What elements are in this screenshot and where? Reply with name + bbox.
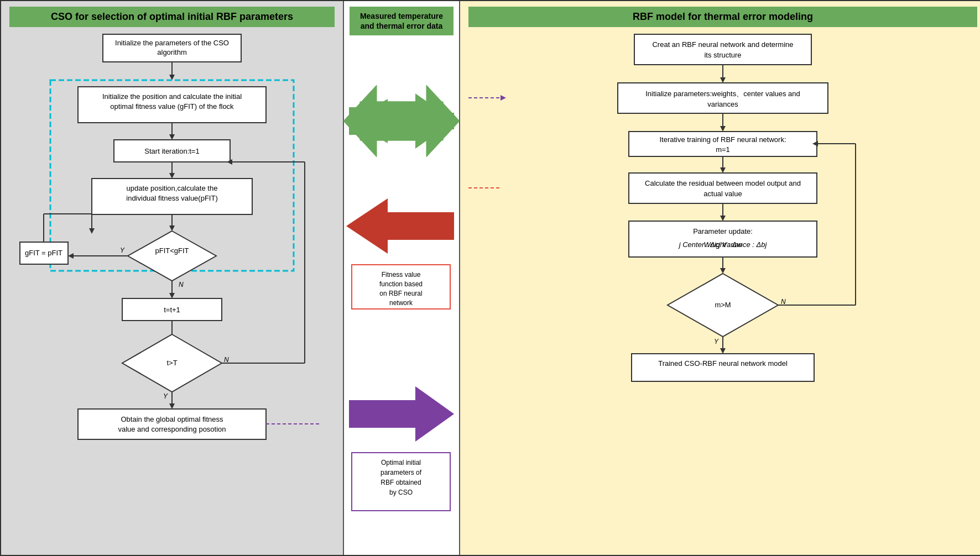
svg-text:m>M: m>M [715, 301, 731, 309]
svg-marker-24 [68, 253, 74, 259]
main-container: CSO for selection of optimal initial RBF… [0, 0, 980, 556]
svg-text:Initialize the parameters of t: Initialize the parameters of the CSO [115, 39, 229, 47]
left-panel-title: CSO for selection of optimal initial RBF… [51, 11, 293, 22]
svg-marker-71 [720, 77, 726, 83]
svg-marker-95 [720, 268, 726, 274]
svg-rect-90 [629, 221, 817, 257]
left-flowchart: Initialize the parameters of the CSO alg… [6, 32, 338, 523]
svg-rect-67 [634, 34, 811, 65]
left-panel: CSO for selection of optimal initial RBF… [1, 1, 344, 555]
svg-text:actual value: actual value [703, 190, 742, 198]
svg-text:N: N [781, 298, 786, 306]
svg-text:function based: function based [379, 280, 423, 288]
svg-text:Start iteration:t=1: Start iteration:t=1 [144, 147, 199, 155]
svg-text:t>T: t>T [166, 359, 177, 367]
svg-text:N: N [224, 356, 229, 364]
svg-text:pFIT<gFIT: pFIT<gFIT [155, 246, 189, 255]
svg-text:network: network [389, 299, 413, 307]
right-flowchart: Creat an RBF neural network and determin… [468, 32, 977, 523]
right-panel-title: RBF model for thermal error modeling [633, 11, 813, 22]
svg-marker-20 [128, 231, 216, 281]
svg-text:parameters of: parameters of [380, 469, 422, 476]
svg-rect-72 [618, 83, 828, 113]
svg-marker-78 [720, 126, 726, 132]
svg-text:algorithm: algorithm [157, 48, 186, 56]
svg-text:Y: Y [714, 338, 719, 345]
svg-marker-30 [89, 228, 95, 234]
right-panel: RBF model for thermal error modeling Cre… [460, 1, 980, 555]
svg-text:Trained CSO-RBF neural network: Trained CSO-RBF neural network model [658, 359, 788, 368]
svg-text:Parameter update:: Parameter update: [693, 227, 753, 235]
svg-text:Fitness value: Fitness value [382, 271, 421, 279]
svg-rect-84 [629, 173, 817, 203]
svg-text:Y: Y [120, 246, 125, 254]
middle-panel: Measured temperature and thermal error d… [344, 1, 460, 555]
svg-marker-89 [720, 216, 726, 221]
svg-marker-10 [169, 134, 175, 140]
svg-text:t=t+1: t=t+1 [164, 306, 180, 314]
left-panel-header: CSO for selection of optimal initial RBF… [9, 7, 335, 27]
svg-text:N: N [179, 281, 184, 289]
svg-marker-19 [169, 225, 175, 231]
svg-text:Y: Y [163, 392, 168, 400]
svg-text:on RBF neural: on RBF neural [379, 290, 422, 297]
middle-header-text: Measured temperature and thermal error d… [360, 12, 443, 30]
svg-text:update position,calculate the: update position,calculate the [127, 184, 218, 192]
svg-marker-83 [720, 167, 726, 173]
svg-rect-47 [78, 409, 266, 439]
svg-text:variances: variances [707, 100, 738, 108]
svg-text:by CSO: by CSO [389, 489, 413, 496]
svg-text:j  Center : Δcj  Variance : Δb: j Center : Δcj Variance : Δbj [678, 240, 768, 249]
middle-header: Measured temperature and thermal error d… [350, 7, 453, 35]
svg-marker-55 [346, 198, 454, 254]
svg-marker-33 [169, 293, 175, 298]
svg-marker-14 [169, 173, 175, 179]
svg-text:Initialize the position and ca: Initialize the position and calculate th… [102, 92, 242, 101]
svg-text:optimal fitness value (gFIT) o: optimal fitness value (gFIT) of the floc… [110, 102, 234, 111]
svg-text:RBF obtained: RBF obtained [380, 479, 421, 486]
svg-text:Iterative training of RBF neur: Iterative training of RBF neural network… [659, 135, 786, 144]
svg-text:Creat an RBF neural network an: Creat an RBF neural network and determin… [652, 40, 793, 49]
right-panel-header: RBF model for thermal error modeling [468, 7, 977, 27]
svg-rect-106 [632, 354, 814, 381]
middle-flowchart: Fitness value function based on RBF neur… [343, 35, 460, 533]
svg-text:Calculate the residual between: Calculate the residual between model out… [645, 179, 801, 187]
svg-text:Optimal initial: Optimal initial [381, 459, 421, 466]
svg-marker-46 [169, 403, 175, 409]
svg-text:Initialize parameters:weights、: Initialize parameters:weights、center val… [645, 90, 800, 98]
svg-text:value and corresponding posoti: value and corresponding posotion [118, 425, 226, 433]
svg-text:Obtain the global optimal fitn: Obtain the global optimal fitness [121, 415, 223, 423]
svg-text:gFIT = pFIT: gFIT = pFIT [25, 249, 62, 257]
svg-marker-105 [720, 348, 726, 354]
svg-marker-61 [349, 386, 454, 442]
svg-text:m=1: m=1 [716, 145, 730, 154]
svg-text:its structure: its structure [704, 51, 741, 59]
svg-text:individual fitness value(pFIT): individual fitness value(pFIT) [126, 194, 217, 202]
svg-marker-76 [501, 95, 506, 101]
